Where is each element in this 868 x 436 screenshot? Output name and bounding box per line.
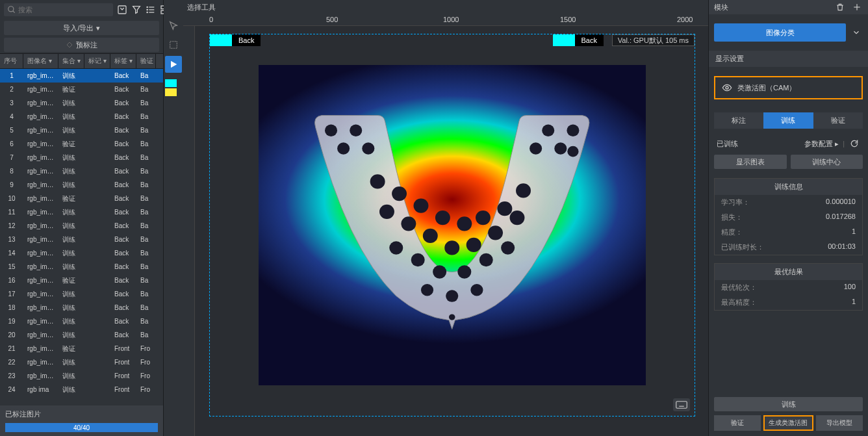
keyboard-icon[interactable] [673,398,690,411]
svg-line-1 [13,11,15,13]
table-row[interactable]: 8rgb_ima...训练BackBa [0,164,163,178]
delete-icon[interactable] [834,1,846,13]
table-row[interactable]: 15rgb_ima...训练BackBa [0,260,163,274]
train-info-title: 训练信息 [715,179,862,195]
module-header: 模块 [709,0,868,14]
table-row[interactable]: 5rgb_ima...训练BackBa [0,123,163,137]
pointer-tool[interactable] [165,17,182,34]
play-tool[interactable] [165,56,182,73]
class-label-right: Back [553,34,604,46]
svg-point-31 [457,216,472,231]
param-config-link[interactable]: 参数配置 ▸ [804,139,839,149]
svg-point-28 [423,228,438,242]
image-table-body[interactable]: 1rgb_ima...训练BackBa2rgb_ima...验证BackBa3r… [0,69,163,405]
refresh-icon[interactable] [849,138,860,149]
svg-point-29 [435,211,450,225]
table-row[interactable]: 16rgb_ima...验证BackBa [0,274,163,287]
svg-point-35 [498,201,513,216]
search-input[interactable] [4,3,113,16]
add-icon[interactable] [851,1,863,13]
show-chart-button[interactable]: 显示图表 [714,155,787,169]
svg-point-45 [446,290,458,302]
table-row[interactable]: 24rgb ima训练FrontFro [0,383,163,396]
best-acc-value: 1 [852,298,856,307]
table-row[interactable]: 11rgb_ima...训练BackBa [0,205,163,219]
col-header-index[interactable]: 序号 [0,54,23,68]
viewport[interactable]: Back Back Val.: GPU默认 105 ms [209,34,695,417]
table-row[interactable]: 9rgb_ima...训练BackBa [0,178,163,192]
tab-annotate[interactable]: 标注 [714,112,763,129]
list-icon[interactable] [146,4,156,16]
import-export-button[interactable]: 导入/导出 ▾ [4,21,159,35]
accuracy-value: 1 [852,227,856,237]
footer-status: 已标注图片 40/40 [0,405,163,436]
table-row[interactable]: 19rgb_ima...训练BackBa [0,314,163,328]
tab-validate[interactable]: 验证 [813,112,863,129]
tag-icon [66,41,73,49]
table-header: 序号 图像名 ▾ 集合 ▾ 标记 ▾ 标签 ▾ 验证 [0,53,163,69]
table-row[interactable]: 23rgb_ima...训练FrontFro [0,369,163,383]
image-classification-button[interactable]: 图像分类 [714,23,846,42]
center-panel: 选择工具 0 500 1000 1500 2000 [164,0,708,436]
svg-point-44 [421,284,433,296]
svg-point-47 [449,314,455,320]
svg-point-36 [510,211,525,225]
canvas-area[interactable]: 0 500 1000 1500 2000 [183,14,708,436]
cam-label: 类激活图（CAM） [737,83,796,93]
table-row[interactable]: 13rgb_ima...训练BackBa [0,233,163,246]
legend-swatch-cyan[interactable] [165,79,177,87]
table-row[interactable]: 6rgb_ima...验证BackBa [0,137,163,151]
module-title: 模块 [714,3,728,12]
train-center-button[interactable]: 训练中心 [791,155,863,169]
funnel-icon[interactable] [131,4,142,16]
svg-point-39 [411,253,425,266]
color-legend [165,79,177,96]
col-header-mark[interactable]: 标记 ▾ [84,54,110,68]
table-row[interactable]: 1rgb_ima...训练BackBa [0,69,163,83]
status-label: 已标注图片 [5,409,158,419]
table-row[interactable]: 14rgb_ima...训练BackBa [0,246,163,260]
col-header-val[interactable]: 验证 [136,54,156,68]
table-row[interactable]: 22rgb_ima...训练FrontFro [0,355,163,369]
col-header-name[interactable]: 图像名 ▾ [23,54,58,68]
svg-point-42 [479,253,493,266]
duration-value: 00:01:03 [828,242,856,252]
col-header-tag[interactable]: 标签 ▾ [110,54,136,68]
chevron-down-icon[interactable] [850,28,863,37]
filter-icon[interactable] [117,4,127,16]
svg-point-46 [471,284,483,296]
svg-point-22 [568,146,579,157]
svg-point-21 [530,142,542,155]
table-row[interactable]: 17rgb_ima...训练BackBa [0,287,163,301]
tab-train[interactable]: 训练 [763,112,813,129]
svg-point-43 [501,241,515,254]
table-row[interactable]: 20rgb_ima...训练BackBa [0,328,163,342]
train-button[interactable]: 训练 [714,397,863,411]
part-overlay [297,103,607,332]
ruler-vertical [183,26,195,436]
table-row[interactable]: 3rgb_ima...训练BackBa [0,96,163,110]
table-row[interactable]: 12rgb_ima...训练BackBa [0,219,163,233]
table-row[interactable]: 10rgb_ima...验证BackBa [0,192,163,205]
progress-bar: 40/40 [5,423,158,432]
mode-tabs: 标注 训练 验证 [714,112,863,129]
pre-annotate-button[interactable]: 预标注 [4,38,159,52]
export-model-button[interactable]: 导出模型 [816,415,863,431]
table-row[interactable]: 7rgb_ima...训练BackBa [0,151,163,164]
table-row[interactable]: 21rgb_ima...验证FrontFro [0,342,163,355]
table-row[interactable]: 4rgb_ima...训练BackBa [0,110,163,123]
table-row[interactable]: 2rgb_ima...验证BackBa [0,83,163,96]
svg-point-17 [363,142,375,155]
legend-swatch-yellow[interactable] [165,88,177,96]
validate-button[interactable]: 验证 [714,415,761,431]
cam-toggle[interactable]: 类激活图（CAM） [714,76,863,99]
generate-cam-button[interactable]: 生成类激活图 [763,415,813,431]
validation-time-label: Val.: GPU默认 105 ms [612,34,695,46]
col-header-set[interactable]: 集合 ▾ [58,54,84,68]
best-result-title: 最优结果 [715,264,862,280]
svg-point-38 [390,241,403,254]
progress-fill: 40/40 [5,423,158,432]
marquee-tool[interactable] [165,36,182,53]
svg-point-30 [445,240,460,255]
table-row[interactable]: 18rgb_ima...训练BackBa [0,301,163,314]
